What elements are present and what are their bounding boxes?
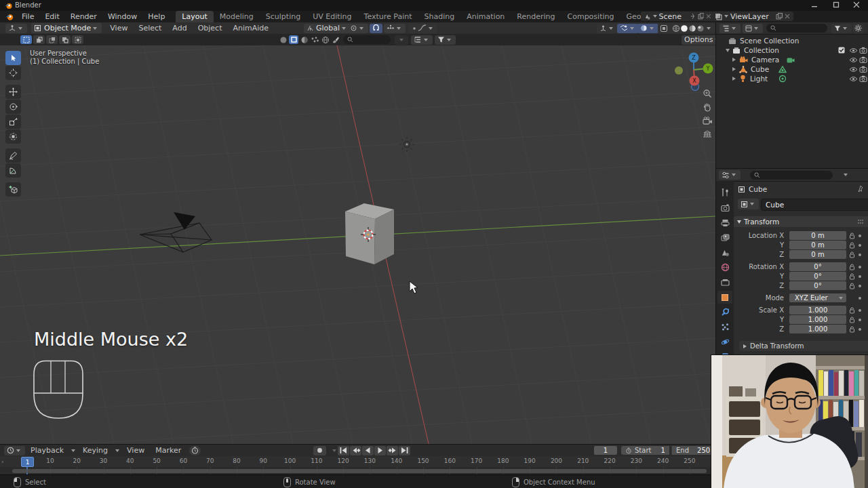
editor-type-button[interactable] <box>5 24 27 33</box>
close-button[interactable] <box>853 1 860 9</box>
filter-dropdown[interactable] <box>435 35 456 45</box>
display-mode-selector[interactable] <box>411 35 433 45</box>
location-x-animate-dot[interactable] <box>859 235 861 237</box>
tab-modeling[interactable]: Modeling <box>214 11 260 22</box>
properties-pin-icon[interactable] <box>857 185 864 192</box>
location-z-lock-icon[interactable] <box>849 251 855 258</box>
tab-output-properties[interactable] <box>717 216 732 229</box>
outliner-search-input[interactable] <box>766 24 827 33</box>
filter-brush-icon[interactable] <box>332 36 340 44</box>
rotation-y-field[interactable]: 0° <box>789 272 846 281</box>
location-x-lock-icon[interactable] <box>849 232 855 239</box>
rotation-x-animate-dot[interactable] <box>859 266 861 268</box>
app-menu-icon[interactable] <box>5 13 14 21</box>
tab-physics-properties[interactable] <box>717 336 732 348</box>
outliner-filter-button[interactable] <box>831 24 852 33</box>
new-scene-icon[interactable] <box>698 13 705 20</box>
location-x-field[interactable]: 0 m <box>789 231 846 240</box>
play-reverse-button[interactable] <box>362 446 374 455</box>
timeline-editor-type-button[interactable] <box>4 446 25 455</box>
rotation-mode-animate-dot[interactable] <box>859 297 861 300</box>
show-gizmo-toggle[interactable] <box>597 24 618 33</box>
minimize-button[interactable] <box>811 1 818 9</box>
tab-tool-properties[interactable] <box>717 186 732 199</box>
viewport-menu-animaide[interactable]: AnimAide <box>227 22 274 34</box>
tool-measure[interactable] <box>5 163 21 178</box>
shading-rendered-icon[interactable] <box>696 24 705 33</box>
rotation-y-animate-dot[interactable] <box>859 275 861 278</box>
location-y-lock-icon[interactable] <box>849 242 855 249</box>
location-y-field[interactable]: 0 m <box>789 241 846 249</box>
select-mode-set[interactable] <box>20 35 32 44</box>
filter-halfsphere-icon[interactable] <box>300 36 309 44</box>
header-search-input[interactable] <box>343 35 391 44</box>
tool-annotate[interactable] <box>5 148 21 163</box>
viewport-menu-object[interactable]: Object <box>193 22 228 34</box>
location-y-animate-dot[interactable] <box>859 244 861 247</box>
rotation-z-animate-dot[interactable] <box>859 285 861 287</box>
cube-render-icon[interactable] <box>859 66 867 73</box>
scene-selector[interactable]: Scene <box>641 12 714 21</box>
camera-eye-icon[interactable] <box>849 57 858 63</box>
filter-particles-icon[interactable] <box>311 36 319 44</box>
current-frame-marker[interactable]: 1 <box>21 457 34 467</box>
filter-sphere-icon[interactable] <box>279 36 288 44</box>
rotation-z-field[interactable]: 0° <box>789 281 846 290</box>
timeline-menu-marker[interactable]: Marker <box>150 445 186 456</box>
rotation-mode-dropdown[interactable]: XYZ Euler <box>789 293 846 302</box>
tab-animation[interactable]: Animation <box>460 11 511 22</box>
tab-object-properties[interactable] <box>717 291 732 304</box>
timeline-menu-playback[interactable]: Playback <box>25 445 69 456</box>
collection-eye-icon[interactable] <box>849 47 858 54</box>
outliner-display-mode[interactable] <box>743 24 763 33</box>
pin-icon[interactable] <box>690 13 696 20</box>
jump-to-start-button[interactable] <box>338 446 349 455</box>
tab-modifier-properties[interactable] <box>717 306 732 319</box>
scale-z-lock-icon[interactable] <box>849 326 855 333</box>
scale-y-lock-icon[interactable] <box>849 317 855 323</box>
gizmo-axis-neg[interactable] <box>675 66 683 75</box>
tool-move[interactable] <box>5 85 21 99</box>
timeline-menu-keying[interactable]: Keying <box>77 445 113 456</box>
prev-keyframe-button[interactable] <box>350 446 361 455</box>
rotation-x-lock-icon[interactable] <box>849 264 855 270</box>
object-name-input[interactable]: Cube <box>761 199 868 211</box>
filter-globe-icon[interactable] <box>321 36 330 44</box>
camera-render-icon[interactable] <box>859 56 867 63</box>
menu-window[interactable]: Window <box>102 11 142 22</box>
properties-editor-type-button[interactable] <box>719 170 741 180</box>
tool-cursor[interactable] <box>5 66 21 80</box>
tab-scene-properties[interactable] <box>717 246 732 259</box>
cube-object[interactable] <box>345 203 394 264</box>
scale-z-animate-dot[interactable] <box>859 328 861 331</box>
viewport-ortho-toggle-button[interactable] <box>701 128 713 140</box>
tab-uv-editing[interactable]: UV Editing <box>307 11 357 22</box>
shading-solid-icon[interactable] <box>680 24 688 33</box>
tab-texture-paint[interactable]: Texture Paint <box>358 11 418 22</box>
tab-layout[interactable]: Layout <box>176 11 213 22</box>
tab-rendering[interactable]: Rendering <box>511 11 561 22</box>
light-object[interactable] <box>399 137 414 152</box>
filter-square-toggle[interactable] <box>289 35 298 44</box>
outliner-cube-row[interactable]: Cube <box>716 64 868 74</box>
transform-panel-header[interactable]: Transform <box>734 216 868 227</box>
viewport-pan-button[interactable] <box>701 101 713 113</box>
jump-to-end-button[interactable] <box>399 446 410 455</box>
cube-eye-icon[interactable] <box>849 66 858 73</box>
properties-search-input[interactable] <box>750 171 833 180</box>
tool-select-box[interactable] <box>5 51 21 65</box>
viewport-3d[interactable]: User Perspective (1) Collection | Cube M… <box>0 45 715 444</box>
tool-scale[interactable] <box>5 115 21 129</box>
tool-rotate[interactable] <box>5 100 21 114</box>
current-frame-field[interactable]: 1 <box>594 446 617 455</box>
timeline-scrollbar[interactable] <box>12 469 707 473</box>
select-mode-subtract[interactable] <box>46 35 58 44</box>
select-mode-intersect[interactable] <box>72 35 83 44</box>
show-overlays-toggle[interactable] <box>617 24 639 33</box>
mode-selector[interactable]: Object Mode <box>31 23 102 33</box>
tab-collection-properties[interactable] <box>717 276 732 289</box>
shading-wireframe-icon[interactable] <box>672 24 680 33</box>
shading-material-icon[interactable] <box>688 24 696 33</box>
viewport-menu-view[interactable]: View <box>104 22 133 34</box>
collection-expand-icon[interactable] <box>726 49 730 52</box>
